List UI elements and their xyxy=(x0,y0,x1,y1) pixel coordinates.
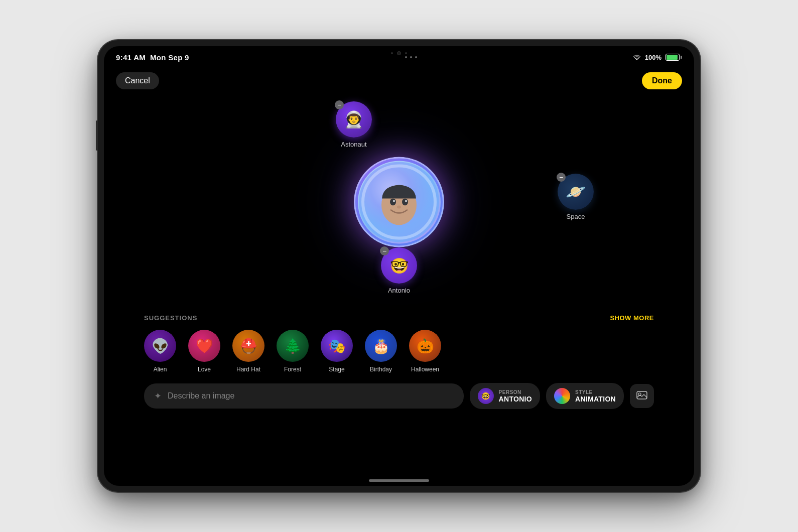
sparkle-icon: ✦ xyxy=(154,390,162,402)
suggestions-section: SUGGESTIONS SHOW MORE 👽 Alien xyxy=(104,314,694,373)
suggestion-forest[interactable]: 🌲 Forest xyxy=(277,330,309,373)
top-nav: Cancel Done xyxy=(104,68,694,93)
float-item-space[interactable]: 🪐 Space xyxy=(558,174,594,220)
status-right: 100% xyxy=(633,54,682,61)
status-bar: 9:41 AM Mon Sep 9 100% xyxy=(104,46,694,68)
style-chip-text: STYLE ANIMATION xyxy=(575,389,616,403)
forest-label: Forest xyxy=(284,366,301,373)
person-chip-value: ANTONIO xyxy=(499,395,532,403)
halloween-emoji: 🎃 xyxy=(417,338,434,354)
astonaut-emoji: 👨‍🚀 xyxy=(344,110,364,129)
birthday-emoji: 🎂 xyxy=(372,338,390,354)
love-circle: ❤️ xyxy=(188,330,220,362)
stage-label: Stage xyxy=(329,366,344,373)
forest-emoji: 🌲 xyxy=(284,338,302,354)
suggestions-header: SUGGESTIONS SHOW MORE xyxy=(144,314,654,322)
stage-circle: 🎭 xyxy=(321,330,353,362)
person-chip[interactable]: 🤓 PERSON ANTONIO xyxy=(470,383,540,409)
battery-body xyxy=(666,54,680,61)
describe-input[interactable]: ✦ Describe an image xyxy=(144,383,464,409)
style-chip-label: STYLE xyxy=(575,389,616,395)
float-item-antonio[interactable]: 🤓 Antonio xyxy=(381,247,417,294)
alien-label: Alien xyxy=(154,366,167,373)
status-center xyxy=(405,56,417,58)
main-content: 👨‍🚀 Astonaut 🪐 Space xyxy=(104,93,694,486)
person-avatar-small: 🤓 xyxy=(478,388,494,404)
stage-emoji: 🎭 xyxy=(328,338,346,354)
bottom-toolbar: ✦ Describe an image 🤓 PERSON ANTONIO xyxy=(104,383,694,409)
float-item-astonaut[interactable]: 👨‍🚀 Astonaut xyxy=(336,101,372,148)
suggestion-love[interactable]: ❤️ Love xyxy=(188,330,220,373)
love-emoji: ❤️ xyxy=(196,338,213,354)
status-time: 9:41 AM Mon Sep 9 xyxy=(116,53,189,62)
alien-circle: 👽 xyxy=(144,330,176,362)
suggestion-hardhat[interactable]: ⛑️ Hard Hat xyxy=(232,330,264,373)
battery-indicator xyxy=(666,54,682,61)
done-button[interactable]: Done xyxy=(642,72,682,89)
menu-dot-1 xyxy=(405,56,407,58)
hardhat-label: Hard Hat xyxy=(236,366,260,373)
birthday-circle: 🎂 xyxy=(365,330,397,362)
suggestion-stage[interactable]: 🎭 Stage xyxy=(321,330,353,373)
forest-circle: 🌲 xyxy=(277,330,309,362)
cancel-button[interactable]: Cancel xyxy=(116,72,159,89)
ipad-frame: 9:41 AM Mon Sep 9 100% xyxy=(98,40,700,492)
gallery-icon xyxy=(636,391,647,401)
astonaut-label: Astonaut xyxy=(341,141,366,148)
menu-dot-2 xyxy=(410,56,412,58)
ipad-device: 9:41 AM Mon Sep 9 100% xyxy=(98,40,700,492)
style-chip-value: ANIMATION xyxy=(575,395,616,403)
remove-space-btn[interactable] xyxy=(557,173,566,182)
home-indicator xyxy=(369,479,429,482)
style-sphere xyxy=(554,388,570,404)
halloween-label: Halloween xyxy=(411,366,439,373)
describe-placeholder: Describe an image xyxy=(168,391,234,401)
suggestion-birthday[interactable]: 🎂 Birthday xyxy=(365,330,397,373)
birthday-label: Birthday xyxy=(370,366,392,373)
space-label: Space xyxy=(567,213,585,220)
suggestions-title: SUGGESTIONS xyxy=(144,314,197,322)
gallery-button[interactable] xyxy=(630,384,654,408)
space-emoji: 🪐 xyxy=(566,182,586,201)
battery-percent: 100% xyxy=(645,54,661,61)
halloween-circle: 🎃 xyxy=(409,330,441,362)
antonio-emoji: 🤓 xyxy=(390,257,409,275)
remove-antonio-btn[interactable] xyxy=(380,246,389,255)
style-chip[interactable]: STYLE ANIMATION xyxy=(546,383,624,409)
remove-astonaut-btn[interactable] xyxy=(335,100,344,109)
person-chip-text: PERSON ANTONIO xyxy=(499,389,532,403)
antonio-label: Antonio xyxy=(388,287,410,294)
suggestions-grid: 👽 Alien ❤️ Love xyxy=(144,330,654,373)
person-avatar-emoji: 🤓 xyxy=(481,392,490,400)
float-area: 👨‍🚀 Astonaut 🪐 Space xyxy=(104,93,694,314)
center-avatar[interactable] xyxy=(354,157,444,247)
battery-fill xyxy=(667,55,678,60)
show-more-button[interactable]: SHOW MORE xyxy=(610,314,654,322)
suggestion-alien[interactable]: 👽 Alien xyxy=(144,330,176,373)
love-label: Love xyxy=(198,366,211,373)
suggestion-halloween[interactable]: 🎃 Halloween xyxy=(409,330,441,373)
alien-emoji: 👽 xyxy=(152,338,169,354)
menu-dot-3 xyxy=(415,56,417,58)
person-chip-label: PERSON xyxy=(499,389,532,395)
hardhat-circle: ⛑️ xyxy=(232,330,264,362)
screen: 9:41 AM Mon Sep 9 100% xyxy=(104,46,694,486)
battery-tip xyxy=(681,56,682,59)
wifi-icon xyxy=(633,54,641,60)
hardhat-emoji: ⛑️ xyxy=(240,338,257,354)
helmet-overlay xyxy=(354,157,444,247)
